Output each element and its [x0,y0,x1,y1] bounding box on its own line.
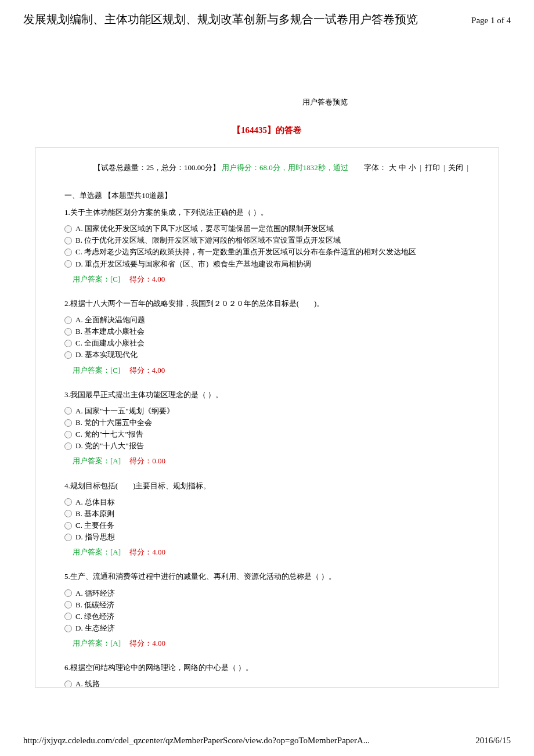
page-header: 发展规划编制、主体功能区规划、规划改革创新与多规合一试卷用户答卷预览 Page … [23,12,511,27]
option-label: D. 基本实现现代化 [75,349,138,361]
option[interactable]: B. 基本建成小康社会 [64,326,470,337]
font-medium-button[interactable]: 中 [399,163,406,173]
radio-icon[interactable] [64,407,72,415]
font-large-button[interactable]: 大 [389,163,396,173]
info-left: 【试卷总题量：25，总分：100.00分】 用户得分：68.0分，用时1832秒… [93,163,348,173]
option-label: B. 位于优化开发区域、限制开发区域下游河段的相邻区域不宜设置重点开发区域 [75,235,341,246]
option-label: B. 党的十六届五中全会 [75,417,152,429]
option-label: B. 基本原则 [75,508,114,520]
option-label: D. 重点开发区域要与国家和省（区、市）粮食生产基地建设布局相协调 [75,258,311,270]
question-1: 1.关于主体功能区划分方案的集成，下列说法正确的是（ ）。 A. 国家优化开发区… [64,207,470,285]
option-label: A. 线路 [75,678,100,687]
option[interactable]: D. 基本实现现代化 [64,349,470,361]
content-box: 【试卷总题量：25，总分：100.00分】 用户得分：68.0分，用时1832秒… [35,147,499,687]
section-title: 一、单选题 【本题型共10道题】 [64,190,470,201]
radio-icon[interactable] [64,510,72,517]
font-label: 字体： [364,163,387,173]
option-label: D. 指导思想 [75,531,115,543]
radio-icon[interactable] [64,328,72,336]
option[interactable]: C. 绿色经济 [64,611,470,622]
option-label: C. 主要任务 [75,520,114,531]
question-text: 5.生产、流通和消费等过程中进行的减量化、再利用、资源化活动的总称是（ ）。 [64,571,470,582]
user-answer: 用户答案：[A] [73,548,121,556]
score: 得分：0.00 [129,456,165,465]
option-label: A. 国家优化开发区域的下风下水区域，要尽可能保留一定范围的限制开发区域 [75,223,334,235]
user-answer: 用户答案：[A] [73,639,121,647]
user-answer: 用户答案：[C] [73,366,120,375]
option[interactable]: A. 全面解决温饱问题 [64,314,470,326]
radio-icon[interactable] [64,681,72,687]
separator: | [418,164,423,172]
radio-icon[interactable] [64,601,72,609]
radio-icon[interactable] [64,260,72,268]
radio-icon[interactable] [64,419,72,427]
radio-icon[interactable] [64,522,72,530]
option[interactable]: B. 党的十六届五中全会 [64,417,470,429]
option-label: C. 绿色经济 [75,611,114,622]
separator: | [466,164,470,172]
question-4: 4.规划目标包括( )主要目标、规划指标。 A. 总体目标 B. 基本原则 C.… [64,480,470,559]
sheet-title-prefix: 【 [232,125,241,135]
radio-icon[interactable] [64,431,72,438]
score: 得分：4.00 [129,366,165,375]
separator: | [442,164,446,172]
radio-icon[interactable] [64,237,72,244]
question-text: 3.我国最早正式提出主体功能区理念的是（ ）。 [64,389,470,401]
option[interactable]: A. 国家优化开发区域的下风下水区域，要尽可能保留一定范围的限制开发区域 [64,223,470,235]
option[interactable]: C. 考虑对老少边穷区域的政策扶持，有一定数量的重点开发区域可以分布在条件适宜的… [64,246,470,258]
radio-icon[interactable] [64,316,72,324]
question-6: 6.根据空间结构理论中的网络理论，网络的中心是（ ）。 A. 线路 B. 节点 … [64,662,470,687]
question-2: 2.根据十八大两个一百年的战略安排，我国到２０２０年的总体目标是( )。 A. … [64,298,470,376]
question-text: 1.关于主体功能区划分方案的集成，下列说法正确的是（ ）。 [64,207,470,218]
answer-line: 用户答案：[A] 得分：0.00 [64,455,470,467]
option[interactable]: B. 位于优化开发区域、限制开发区域下游河段的相邻区域不宜设置重点开发区域 [64,235,470,246]
radio-icon[interactable] [64,442,72,450]
radio-icon[interactable] [64,225,72,233]
sheet-title: 【164435】的答卷 [23,125,511,136]
answer-line: 用户答案：[A] 得分：4.00 [64,546,470,558]
stats-total: 【试卷总题量：25，总分：100.00分】 [93,163,220,172]
radio-icon[interactable] [64,249,72,256]
radio-icon[interactable] [64,351,72,359]
option-label: C. 全面建成小康社会 [75,337,145,349]
option[interactable]: D. 指导思想 [64,531,470,543]
option[interactable]: A. 线路 [64,678,470,687]
radio-icon[interactable] [64,534,72,541]
sheet-title-id: 164435 [241,125,267,135]
option-label: A. 循环经济 [75,588,115,599]
option-label: C. 党的"十七大"报告 [75,429,143,440]
stats-user: 用户得分：68.0分，用时1832秒，通过 [222,163,348,172]
print-button[interactable]: 打印 [425,163,440,173]
option[interactable]: D. 生态经济 [64,622,470,634]
radio-icon[interactable] [64,589,72,597]
option-label: B. 基本建成小康社会 [75,326,145,337]
option[interactable]: B. 基本原则 [64,508,470,520]
font-small-button[interactable]: 小 [409,163,416,173]
option-label: A. 全面解决温饱问题 [75,314,145,326]
option[interactable]: C. 主要任务 [64,520,470,531]
option[interactable]: A. 总体目标 [64,496,470,508]
radio-icon[interactable] [64,340,72,347]
question-3: 3.我国最早正式提出主体功能区理念的是（ ）。 A. 国家"十一五"规划《纲要》… [64,389,470,467]
option-label: C. 考虑对老少边穷区域的政策扶持，有一定数量的重点开发区域可以分布在条件适宜的… [75,246,416,258]
answer-line: 用户答案：[C] 得分：4.00 [64,365,470,376]
radio-icon[interactable] [64,625,72,632]
info-row: 【试卷总题量：25，总分：100.00分】 用户得分：68.0分，用时1832秒… [64,163,470,173]
option[interactable]: B. 低碳经济 [64,599,470,611]
option[interactable]: A. 循环经济 [64,588,470,599]
question-text: 2.根据十八大两个一百年的战略安排，我国到２０２０年的总体目标是( )。 [64,298,470,309]
option[interactable]: D. 重点开发区域要与国家和省（区、市）粮食生产基地建设布局相协调 [64,258,470,270]
close-button[interactable]: 关闭 [448,163,463,173]
option[interactable]: A. 国家"十一五"规划《纲要》 [64,405,470,417]
option[interactable]: C. 党的"十七大"报告 [64,429,470,440]
radio-icon[interactable] [64,613,72,620]
option-label: A. 国家"十一五"规划《纲要》 [75,405,174,417]
score: 得分：4.00 [129,548,165,556]
score: 得分：4.00 [129,275,165,283]
option[interactable]: D. 党的"十八大"报告 [64,440,470,452]
option[interactable]: C. 全面建成小康社会 [64,337,470,349]
user-answer: 用户答案：[A] [73,456,121,465]
preview-label: 用户答卷预览 [23,97,511,107]
sheet-title-suffix: 】的答卷 [267,125,302,135]
radio-icon[interactable] [64,498,72,506]
